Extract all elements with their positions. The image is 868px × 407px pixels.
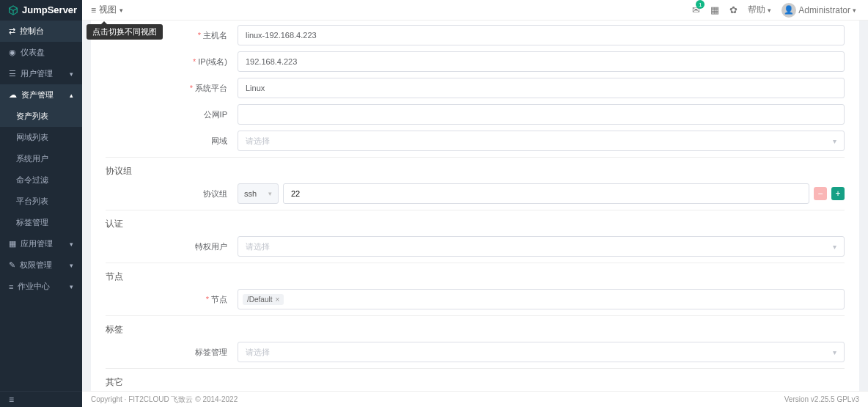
view-toggle[interactable]: ≡ 视图 ▾ 点击切换不同视图 (91, 4, 123, 16)
row-protocol: 协议组 ssh▾ − + (106, 183, 845, 204)
section-node: 节点 (106, 263, 845, 289)
avatar: 👤 (781, 3, 796, 18)
gear-icon[interactable]: ✿ (729, 4, 738, 15)
chevron-down-icon: ▾ (268, 190, 272, 197)
sidebar-item-users[interactable]: ☰用户管理▾ (0, 63, 82, 84)
user-dropdown[interactable]: 👤 Administrator ▾ (781, 3, 856, 18)
chevron-down-icon: ▾ (70, 283, 73, 290)
footer: Copyright · FIT2CLOUD 飞致云 © 2014-2022 Ve… (82, 391, 868, 407)
add-protocol-button[interactable]: + (831, 187, 845, 200)
sidebar-sub-asset-list[interactable]: 资产列表 (0, 106, 82, 127)
remove-protocol-button[interactable]: − (814, 187, 827, 200)
collapse-icon: ≡ (9, 395, 14, 405)
mail-icon[interactable]: ✉1 (692, 4, 700, 15)
select-admin-user[interactable]: 请选择▾ (238, 236, 845, 257)
row-admin-user: 特权用户 请选择▾ (106, 236, 845, 257)
chevron-down-icon: ▾ (119, 7, 123, 14)
chevron-down-icon: ▾ (833, 243, 836, 251)
badge: 1 (696, 0, 705, 9)
copyright: Copyright · FIT2CLOUD 飞致云 © 2014-2022 (91, 395, 238, 405)
row-ip: IP(域名) (106, 51, 845, 72)
select-protocol[interactable]: ssh▾ (238, 183, 279, 204)
input-port[interactable] (283, 183, 809, 204)
chevron-down-icon: ▾ (833, 137, 836, 145)
input-publicip[interactable] (238, 104, 845, 125)
label-protocol: 协议组 (106, 188, 238, 199)
chevron-down-icon: ▾ (853, 7, 856, 14)
chevron-down-icon: ▾ (70, 241, 73, 248)
chevron-down-icon: ▾ (768, 7, 771, 14)
sidebar-item-perms[interactable]: ✎权限管理▾ (0, 254, 82, 276)
logo-icon (7, 4, 19, 16)
sidebar-item-ops[interactable]: ≡作业中心▾ (0, 276, 82, 297)
perms-icon: ✎ (9, 260, 15, 270)
select-domain[interactable]: 请选择▾ (238, 131, 845, 151)
apps-icon: ▦ (9, 239, 16, 249)
row-label: 标签管理 请选择▾ (106, 342, 845, 362)
row-domain: 网域 请选择▾ (106, 131, 845, 151)
chevron-up-icon: ▴ (70, 92, 73, 99)
input-hostname[interactable] (238, 25, 845, 45)
select-label[interactable]: 请选择▾ (238, 342, 845, 362)
dashboard-icon: ◉ (9, 48, 16, 57)
tooltip: 点击切换不同视图 (87, 24, 163, 40)
label-publicip: 公网IP (106, 109, 238, 120)
sidebar: ⇄控制台 ◉仪表盘 ☰用户管理▾ ☁资产管理▴ 资产列表 网域列表 系统用户 命… (0, 21, 82, 407)
row-hostname: 主机名 (106, 25, 845, 45)
help-dropdown[interactable]: 帮助▾ (748, 4, 771, 16)
sidebar-item-apps[interactable]: ▦应用管理▾ (0, 233, 82, 254)
users-icon: ☰ (9, 69, 16, 78)
label-domain: 网域 (106, 136, 238, 147)
section-label: 标签 (106, 315, 845, 342)
label-ip: IP(域名) (106, 56, 238, 67)
ops-icon: ≡ (9, 282, 13, 291)
sidebar-sub-cmd-filter[interactable]: 命令过滤 (0, 169, 82, 191)
sidebar-item-assets[interactable]: ☁资产管理▴ (0, 84, 82, 106)
remove-tag-icon[interactable]: × (275, 296, 279, 304)
logo[interactable]: JumpServer (0, 0, 82, 21)
topbar: JumpServer ≡ 视图 ▾ 点击切换不同视图 ✉1 ▦ ✿ 帮助▾ 👤 … (0, 0, 868, 21)
sidebar-sub-label-mgmt[interactable]: 标签管理 (0, 212, 82, 233)
chevron-down-icon: ▾ (833, 348, 836, 356)
chevron-down-icon: ▾ (70, 70, 73, 78)
section-protocol: 协议组 (106, 157, 845, 183)
console-icon: ⇄ (9, 26, 15, 36)
section-auth: 认证 (106, 210, 845, 236)
grid-icon[interactable]: ▦ (710, 4, 719, 15)
topbar-right: ✉1 ▦ ✿ 帮助▾ 👤 Administrator ▾ (692, 3, 868, 18)
chevron-down-icon: ▾ (70, 262, 73, 269)
sidebar-sub-platform-list[interactable]: 平台列表 (0, 191, 82, 212)
main-content: 主机名 IP(域名) 系统平台 公网IP 网域 请选择▾ 协议组 协议组 ssh… (82, 21, 868, 391)
sidebar-collapse[interactable]: ≡ (0, 391, 82, 407)
sidebar-sub-domain-list[interactable]: 网域列表 (0, 127, 82, 148)
sidebar-item-dashboard[interactable]: ◉仪表盘 (0, 42, 82, 63)
node-tag: /Default× (243, 294, 284, 305)
row-platform: 系统平台 (106, 78, 845, 98)
sidebar-sub-system-user[interactable]: 系统用户 (0, 148, 82, 169)
assets-icon: ☁ (9, 90, 17, 100)
row-publicip: 公网IP (106, 104, 845, 125)
section-other: 其它 (106, 368, 845, 391)
brand-text: JumpServer (22, 4, 77, 15)
label-admin-user: 特权用户 (106, 241, 238, 252)
version: Version v2.25.5 GPLv3 (784, 395, 859, 403)
input-ip[interactable] (238, 51, 845, 72)
label-platform: 系统平台 (106, 83, 238, 94)
form-card: 主机名 IP(域名) 系统平台 公网IP 网域 请选择▾ 协议组 协议组 ssh… (91, 21, 859, 391)
input-platform[interactable] (238, 78, 845, 98)
label-node: 节点 (106, 294, 238, 305)
row-node: 节点 /Default× (106, 289, 845, 309)
label-label: 标签管理 (106, 347, 238, 358)
select-node[interactable]: /Default× (238, 289, 845, 309)
sidebar-console[interactable]: ⇄控制台 (0, 21, 82, 42)
menu-icon: ≡ (91, 5, 96, 15)
